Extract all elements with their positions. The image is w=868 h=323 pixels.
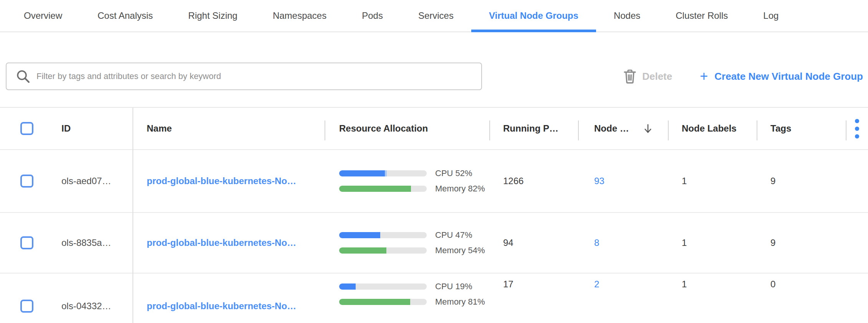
header-checkbox-cell [0,122,50,135]
tab-label: Cluster Rolls [676,10,728,21]
tags-count: 9 [757,176,846,186]
tab-overview[interactable]: Overview [24,0,62,31]
delete-label: Delete [642,71,672,82]
tab-label: Cost Analysis [98,10,153,21]
cpu-bar [339,170,427,176]
node-labels-count: 1 [668,237,757,248]
table-header-row: ID Name Resource Allocation Running P… N… [0,108,868,150]
tab-label: Namespaces [273,10,326,21]
create-label: Create New Virtual Node Group [714,71,863,82]
create-virtual-node-group-button[interactable]: + Create New Virtual Node Group [700,69,863,83]
row-checkbox[interactable] [20,300,33,313]
table-actions: Delete + Create New Virtual Node Group [623,63,863,90]
tab-namespaces[interactable]: Namespaces [273,0,326,31]
cpu-label: CPU 19% [435,282,472,292]
virtual-node-groups-table: ID Name Resource Allocation Running P… N… [0,107,868,323]
tab-cost-analysis[interactable]: Cost Analysis [98,0,153,31]
row-checkbox-cell [0,175,50,188]
column-header-running-pods[interactable]: Running P… [489,108,578,149]
tab-services[interactable]: Services [418,0,454,31]
vng-name-link[interactable]: prod-global-blue-kubernetes-No… [147,237,296,248]
nodes-count-link[interactable]: 93 [594,176,605,186]
tab-label: Pods [362,10,383,21]
tab-virtual-node-groups[interactable]: Virtual Node Groups [489,0,578,31]
tab-pods[interactable]: Pods [362,0,383,31]
tab-label: Services [418,10,454,21]
cpu-bar [339,283,427,290]
trash-icon [623,69,636,84]
table-row: ols-8835a… prod-global-blue-kubernetes-N… [0,213,868,274]
tab-label: Right Sizing [188,10,237,21]
memory-bar [339,247,427,254]
header-menu-cell [846,108,868,149]
tab-right-sizing[interactable]: Right Sizing [188,0,237,31]
column-header-name[interactable]: Name [133,108,325,149]
memory-label: Memory 82% [435,184,485,194]
sort-descending-icon[interactable] [642,123,654,134]
column-settings-menu-icon[interactable] [855,119,859,138]
delete-button[interactable]: Delete [623,69,672,84]
select-all-checkbox[interactable] [20,122,33,135]
vng-id: ols-04332… [50,301,133,311]
column-header-id[interactable]: ID [50,108,133,149]
tab-cluster-rolls[interactable]: Cluster Rolls [676,0,728,31]
memory-bar [339,186,427,192]
tab-nodes[interactable]: Nodes [614,0,640,31]
vng-id: ols-8835a… [50,237,133,248]
vng-name-link[interactable]: prod-global-blue-kubernetes-No… [147,176,296,186]
memory-bar [339,299,427,305]
cpu-label: CPU 47% [435,230,472,240]
tags-count: 9 [757,237,846,248]
node-labels-count: 1 [668,176,757,186]
memory-label: Memory 54% [435,246,485,255]
filter-search [6,63,482,90]
row-checkbox-cell [0,300,50,313]
nodes-count-link[interactable]: 8 [594,237,599,248]
tab-label: Log [763,10,779,21]
row-checkbox-cell [0,236,50,249]
memory-label: Memory 81% [435,297,485,307]
table-row: ols-aed07… prod-global-blue-kubernetes-N… [0,150,868,213]
nodes-count-link[interactable]: 2 [594,279,599,289]
plus-icon: + [700,69,708,83]
tab-label: Nodes [614,10,640,21]
column-header-node-labels[interactable]: Node Labels [668,108,757,149]
tab-label: Virtual Node Groups [489,10,578,21]
tags-count: 0 [757,279,846,290]
column-header-nodes[interactable]: Node … [578,108,668,149]
tab-label: Overview [24,10,62,21]
resource-allocation-cell: CPU 47% Memory 54% [325,227,489,258]
toolbar: Delete + Create New Virtual Node Group [0,63,868,90]
running-pods-count: 94 [489,237,578,248]
top-tab-bar: Overview Cost Analysis Right Sizing Name… [0,0,868,32]
column-header-tags[interactable]: Tags [757,108,846,149]
vng-id: ols-aed07… [50,176,133,186]
node-labels-count: 1 [668,279,757,290]
vng-name-link[interactable]: prod-global-blue-kubernetes-No… [147,301,296,311]
running-pods-count: 1266 [489,176,578,186]
tab-log[interactable]: Log [763,0,779,31]
search-input[interactable] [6,63,482,90]
row-checkbox[interactable] [20,236,33,249]
cpu-label: CPU 52% [435,168,472,178]
resource-allocation-cell: CPU 52% Memory 82% [325,166,489,196]
search-icon [16,69,30,84]
cpu-bar [339,232,427,238]
row-checkbox[interactable] [20,175,33,188]
resource-allocation-cell: CPU 19% Memory 81% [325,279,489,310]
column-header-nodes-label: Node … [594,123,629,134]
running-pods-count: 17 [489,279,578,290]
column-header-resource-allocation[interactable]: Resource Allocation [325,108,489,149]
table-row: ols-04332… prod-global-blue-kubernetes-N… [0,274,868,323]
